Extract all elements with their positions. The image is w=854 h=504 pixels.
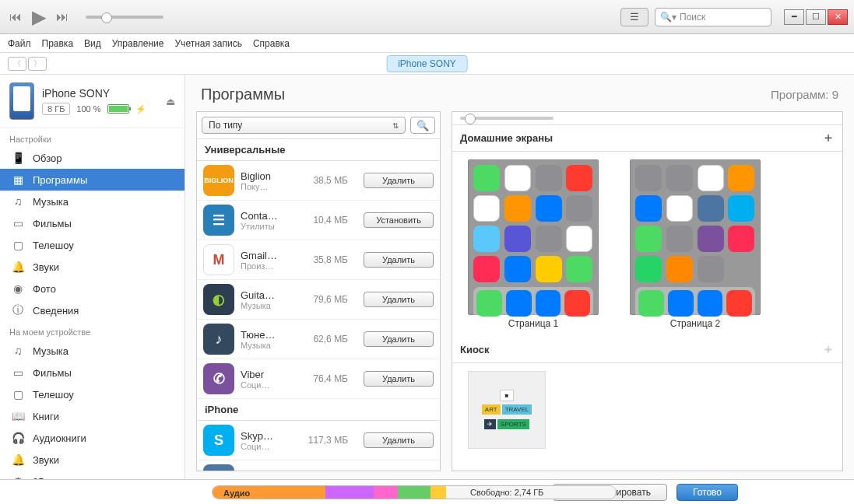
sidebar-item-фото[interactable]: ◉Фото bbox=[0, 278, 185, 299]
bottom-bar: Аудио Свободно: 2,74 ГБ Синхронизировать… bbox=[0, 479, 854, 504]
app-name: Viber bbox=[241, 369, 297, 380]
apps-search-button[interactable]: 🔍 bbox=[410, 117, 435, 134]
app-size: 79,6 МБ bbox=[303, 294, 348, 305]
menu-help[interactable]: Справка bbox=[253, 38, 290, 49]
sidebar-item-25-самых-популярных[interactable]: ⚙25 самых популярных bbox=[0, 471, 185, 479]
app-row[interactable]: BIGLION Biglion Поку… 38,5 МБ Удалить bbox=[197, 161, 440, 201]
sidebar-item-label: Фильмы bbox=[33, 218, 72, 229]
content-title: Программы bbox=[201, 86, 285, 103]
sidebar-item-label: Книги bbox=[33, 411, 59, 422]
app-row[interactable]: ♪ Тюне… Музыка 62,6 МБ Удалить bbox=[197, 320, 440, 359]
sidebar: iPhone SONY 8 ГБ 100 % ⚡ ⏏ Настройки 📱Об… bbox=[0, 75, 185, 479]
add-screen-button[interactable]: ＋ bbox=[822, 130, 835, 146]
app-action-button[interactable]: Установить bbox=[364, 212, 434, 228]
app-group-header: iPhone bbox=[197, 399, 440, 421]
app-name: Тюне… bbox=[241, 329, 297, 341]
free-space-label: Свободно: 2,74 ГБ bbox=[470, 488, 543, 497]
app-category: Соци… bbox=[241, 442, 297, 451]
sidebar-icon: ⓘ bbox=[11, 303, 25, 317]
app-row[interactable]: ✆ Viber Соци… 76,4 МБ Удалить bbox=[197, 359, 440, 399]
app-icon: M bbox=[203, 244, 234, 275]
menu-view[interactable]: Вид bbox=[84, 38, 101, 49]
sidebar-item-label: Телешоу bbox=[33, 389, 74, 401]
app-size: 62,6 МБ bbox=[303, 334, 348, 345]
app-row[interactable]: ☰ Conta… Утилиты 10,4 МБ Установить bbox=[197, 201, 440, 240]
add-kiosk-button[interactable]: ＋ bbox=[822, 341, 835, 358]
app-size: 35,8 МБ bbox=[303, 254, 348, 265]
sidebar-item-сведения[interactable]: ⓘСведения bbox=[0, 299, 185, 321]
kiosk-item[interactable]: ■ ARTTRAVEL ✈SPORTS bbox=[468, 371, 546, 449]
sidebar-icon: ▢ bbox=[11, 387, 25, 401]
maximize-button[interactable]: ☐ bbox=[806, 9, 826, 25]
app-action-button[interactable]: Удалить bbox=[364, 371, 434, 387]
search-placeholder: Поиск bbox=[680, 12, 705, 23]
app-icon: ◐ bbox=[203, 284, 234, 315]
sidebar-icon: 🎧 bbox=[11, 431, 25, 445]
list-view-button[interactable]: ☰ bbox=[620, 8, 648, 26]
app-category: Музыка bbox=[241, 301, 297, 310]
sidebar-icon: ⚙ bbox=[11, 474, 25, 479]
zoom-slider[interactable] bbox=[460, 117, 554, 120]
close-button[interactable]: ✕ bbox=[828, 9, 848, 25]
sidebar-item-обзор[interactable]: 📱Обзор bbox=[0, 147, 185, 169]
play-button[interactable]: ▶ bbox=[30, 8, 48, 26]
sidebar-item-программы[interactable]: ▦Программы bbox=[0, 169, 185, 191]
sidebar-item-звуки[interactable]: 🔔Звуки bbox=[0, 449, 185, 471]
forward-button[interactable]: 〉 bbox=[28, 57, 47, 71]
app-size: 76,4 МБ bbox=[303, 373, 348, 384]
app-row[interactable]: ◐ Guita… Музыка 79,6 МБ Удалить bbox=[197, 280, 440, 320]
storage-segment bbox=[325, 486, 374, 499]
sidebar-item-label: Фильмы bbox=[33, 367, 72, 379]
sidebar-item-label: Обзор bbox=[33, 152, 62, 164]
sidebar-icon: ▦ bbox=[11, 173, 25, 187]
sidebar-item-аудиокниги[interactable]: 🎧Аудиокниги bbox=[0, 427, 185, 449]
sidebar-item-label: Аудиокниги bbox=[33, 432, 86, 444]
app-action-button[interactable]: Удалить bbox=[364, 331, 434, 347]
sidebar-item-телешоу[interactable]: ▢Телешоу bbox=[0, 383, 185, 405]
device-capacity: 8 ГБ bbox=[42, 103, 70, 115]
sidebar-item-фильмы[interactable]: ▭Фильмы bbox=[0, 212, 185, 234]
menu-file[interactable]: Файл bbox=[8, 38, 31, 49]
sidebar-item-фильмы[interactable]: ▭Фильмы bbox=[0, 362, 185, 383]
sort-select[interactable]: По типу ⇅ bbox=[202, 117, 406, 134]
search-input[interactable]: 🔍▾ Поиск bbox=[655, 8, 771, 26]
menu-edit[interactable]: Правка bbox=[42, 38, 74, 49]
screen-2-label: Страница 2 bbox=[630, 318, 761, 329]
eject-button[interactable]: ⏏ bbox=[166, 96, 175, 107]
menu-account[interactable]: Учетная запись bbox=[175, 38, 242, 49]
screens-panel: Домашние экраны ＋ bbox=[452, 111, 843, 471]
sidebar-item-музыка[interactable]: ♫Музыка bbox=[0, 191, 185, 212]
app-action-button[interactable]: Удалить bbox=[364, 173, 434, 188]
sidebar-item-книги[interactable]: 📖Книги bbox=[0, 405, 185, 427]
app-action-button[interactable]: Удалить bbox=[364, 252, 434, 268]
apps-list: Универсальные BIGLION Biglion Поку… 38,5… bbox=[197, 139, 440, 471]
sidebar-item-музыка[interactable]: ♫Музыка bbox=[0, 340, 185, 362]
volume-slider[interactable] bbox=[86, 16, 163, 19]
app-action-button[interactable]: Удалить bbox=[364, 432, 434, 448]
home-screen-1[interactable]: Страница 1 bbox=[468, 159, 599, 329]
sidebar-item-телешоу[interactable]: ▢Телешоу bbox=[0, 234, 185, 256]
back-button[interactable]: 〈 bbox=[8, 57, 26, 71]
app-row[interactable]: S Skyp… Соци… 117,3 МБ Удалить bbox=[197, 421, 440, 460]
playback-controls: ⏮ ▶ ⏭ bbox=[6, 8, 163, 26]
app-row[interactable]: M Gmail… Произ… 35,8 МБ Удалить bbox=[197, 240, 440, 280]
app-icon: ☰ bbox=[203, 205, 234, 236]
sidebar-icon: ◉ bbox=[11, 282, 25, 296]
home-screen-2[interactable]: Страница 2 bbox=[630, 159, 761, 329]
storage-segment bbox=[374, 486, 398, 499]
sidebar-icon: ♫ bbox=[11, 344, 25, 358]
next-button[interactable]: ⏭ bbox=[53, 8, 72, 26]
app-size: 117,3 МБ bbox=[303, 435, 348, 446]
app-action-button[interactable]: Удалить bbox=[364, 292, 434, 307]
sidebar-icon: ▢ bbox=[11, 238, 25, 252]
sidebar-item-звуки[interactable]: 🔔Звуки bbox=[0, 256, 185, 278]
menu-bar: Файл Правка Вид Управление Учетная запис… bbox=[0, 34, 854, 53]
menu-controls[interactable]: Управление bbox=[112, 38, 164, 49]
device-icon bbox=[9, 82, 34, 120]
minimize-button[interactable]: ━ bbox=[784, 9, 804, 25]
battery-percent: 100 % bbox=[76, 104, 100, 114]
app-row[interactable]: В VK App bbox=[197, 460, 440, 471]
done-button[interactable]: Готово bbox=[677, 484, 738, 501]
device-pill[interactable]: iPhone SONY bbox=[386, 55, 468, 72]
prev-button[interactable]: ⏮ bbox=[6, 8, 25, 26]
